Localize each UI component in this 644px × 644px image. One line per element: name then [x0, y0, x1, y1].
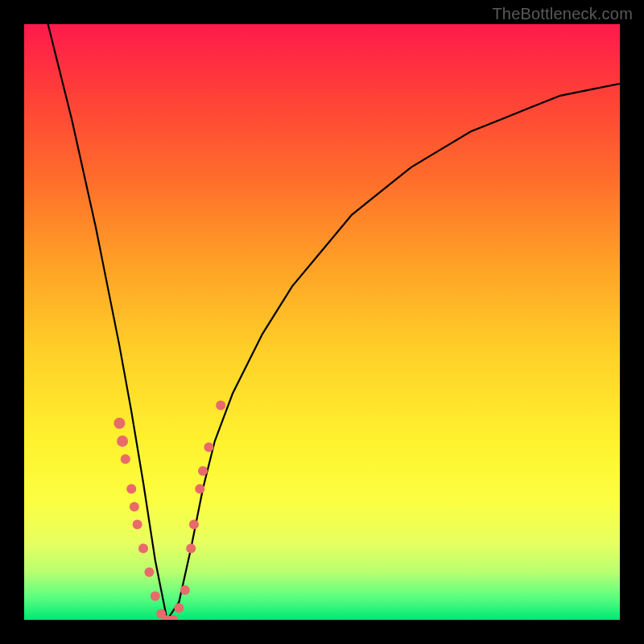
data-point: [114, 418, 125, 429]
dots-layer: [114, 401, 225, 620]
data-point: [151, 591, 160, 601]
data-point: [180, 585, 190, 595]
plot-area: [24, 24, 620, 620]
data-point: [130, 502, 139, 511]
chart-container: TheBottleneck.com: [0, 0, 644, 644]
data-point: [198, 466, 208, 476]
data-point: [117, 436, 128, 447]
data-point: [204, 442, 213, 452]
bottleneck-curve: [48, 24, 620, 620]
data-point: [144, 568, 154, 577]
data-point: [138, 543, 148, 553]
data-point: [216, 401, 225, 411]
data-point: [121, 454, 130, 464]
data-point: [174, 603, 184, 613]
data-point: [195, 484, 204, 493]
chart-svg: [24, 24, 620, 620]
data-point: [189, 520, 199, 530]
data-point: [186, 543, 196, 553]
watermark-text: TheBottleneck.com: [492, 5, 633, 23]
curve-layer: [48, 24, 620, 620]
data-point: [133, 520, 142, 530]
data-point: [126, 484, 136, 493]
